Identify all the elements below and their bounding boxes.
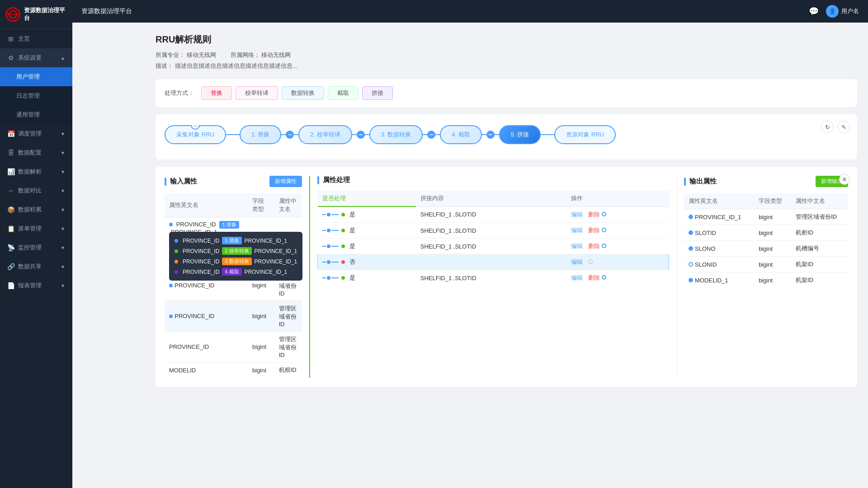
edit-link-4[interactable]: 编辑 — [571, 258, 583, 265]
out-attr-cn: 机槽编号 — [791, 241, 848, 257]
sidebar-item-data-analysis[interactable]: 📊 数据解析 ▼ — [0, 162, 72, 181]
table-row: 是 SHELFID_1 ,SLOTID 编辑 删除 — [318, 223, 669, 239]
input-attr-cn: 机框ID — [274, 362, 302, 378]
input-attr-type: bigint — [248, 362, 274, 378]
sidebar-item-data-config[interactable]: 🗄 数据配置 ▼ — [0, 143, 72, 162]
row-tooltip-trigger[interactable]: PROVINCE_ID 1.替换 PROVINCE_ID_1 PROVINCE_… — [169, 221, 243, 235]
connector-dot-2: − — [352, 131, 369, 139]
out-col-name: 属性英文名 — [684, 193, 754, 209]
dot-blue-3 — [169, 284, 173, 287]
sidebar-item-general-mgmt[interactable]: 通用管理 — [0, 105, 72, 124]
sidebar-order-label: 派单管理 — [18, 225, 42, 233]
sidebar-item-data-accum[interactable]: 📦 数据积累 ▼ — [0, 200, 72, 219]
edit-link-3[interactable]: 编辑 — [571, 243, 583, 249]
yes-dot — [341, 213, 345, 216]
main-content: RRU解析规则 所属专业： 移动无线网 所属网络： 移动无线网 描述： 描述信息… — [145, 23, 868, 488]
process-col-handled: 是否处理 — [318, 191, 416, 206]
process-label: 处理方式： — [165, 89, 194, 97]
connect-line-left — [322, 213, 339, 216]
out-attr-type: bigint — [754, 257, 791, 272]
yes-dot-5 — [341, 276, 345, 280]
input-attr-name: PROVINCE_ID — [165, 301, 248, 332]
sidebar-item-system[interactable]: ⚙ 系统设置 ▲ — [0, 48, 72, 67]
sidebar-log-label: 日志管理 — [16, 92, 40, 100]
mode-transform-btn[interactable]: 数据转换 — [282, 86, 324, 100]
sidebar-item-home[interactable]: ⊞ 主页 — [0, 29, 72, 48]
process-col-concat: 拼接内容 — [416, 191, 567, 206]
report-icon: 📄 — [7, 282, 14, 289]
delete-link-3[interactable]: 删除 — [588, 243, 600, 249]
conn-dot-right-1 — [602, 212, 606, 216]
edit-link-1[interactable]: 编辑 — [571, 211, 583, 218]
connector-minus-1: − — [286, 131, 294, 139]
sidebar-item-data-share[interactable]: 🔗 数据共享 ▼ — [0, 257, 72, 276]
connect-line-left-3 — [322, 244, 339, 248]
input-col-name: 属性英文名 — [165, 193, 248, 217]
conn-dot-right-2 — [602, 228, 606, 232]
pipeline-actions: ↻ ✎ — [821, 121, 850, 133]
attr-process-table: 是否处理 拼接内容 操作 — [317, 191, 669, 286]
tooltip-box: PROVINCE_ID 1.替换 PROVINCE_ID_1 PROVINCE_… — [169, 232, 302, 281]
sidebar-item-order-mgmt[interactable]: 📋 派单管理 ▼ — [0, 219, 72, 238]
mode-concat-btn[interactable]: 拼接 — [362, 86, 393, 100]
sidebar: 资源数据治理平台 ⊞ 主页 ⚙ 系统设置 ▲ 用户管理 日志管理 通用管理 📅 … — [0, 0, 72, 488]
input-attr-header: 输入属性 新增属性 — [165, 176, 302, 187]
out-attr-name: SLONID — [684, 257, 754, 272]
sidebar-monitor-label: 监控管理 — [18, 244, 42, 252]
edit-link-5[interactable]: 编辑 — [571, 274, 583, 281]
close-btn[interactable]: ✕ — [839, 174, 850, 185]
connector-dot-3: − — [423, 131, 440, 139]
pipeline-step-2[interactable]: 2. 校举转译 — [298, 125, 352, 144]
input-attr-name: PROVINCE_ID 1.替换 PROVINCE_ID_1 PROVINCE_… — [165, 217, 248, 239]
input-attr-title: 输入属性 — [165, 177, 197, 186]
add-input-attr-btn[interactable]: 新增属性 — [269, 176, 302, 187]
pipeline-refresh-btn[interactable]: ↻ — [821, 121, 834, 133]
pipeline-step-5[interactable]: 5. 拼接 — [499, 125, 541, 144]
sidebar-item-user-mgmt[interactable]: 用户管理 — [0, 67, 72, 86]
out-attr-name: SLONO — [684, 241, 754, 257]
pipeline-target: 资源对象 RRU — [554, 125, 616, 144]
pipeline: ↻ ✎ 采集对象 RRU ↻ 1. 替换 − — [156, 114, 857, 160]
notification-icon[interactable]: 💬 — [809, 6, 819, 16]
pipeline-edit-btn[interactable]: ✎ — [837, 121, 850, 133]
input-attr-table: 属性英文名 字段类型 属性中文名 PROVINCE_ID — [165, 193, 302, 378]
delete-link-2[interactable]: 删除 — [588, 227, 600, 234]
process-modes: 处理方式： 替换 校举转译 数据转换 截取 拼接 — [156, 79, 857, 107]
header: 资源数据治理平台 💬 👤 用户名 — [72, 0, 868, 23]
mode-extract-btn[interactable]: 截取 — [328, 86, 359, 100]
proc-handled: 是 — [318, 239, 416, 254]
sidebar-data-analysis-label: 数据解析 — [18, 168, 42, 176]
connector-minus-4: − — [486, 131, 495, 139]
header-user[interactable]: 👤 用户名 — [826, 5, 859, 18]
connector-minus-3: − — [427, 131, 435, 139]
monitor-icon: 📡 — [7, 244, 14, 251]
mode-replace-btn[interactable]: 替换 — [201, 86, 232, 100]
input-col-type: 字段类型 — [248, 193, 274, 217]
pipeline-step-1[interactable]: 1. 替换 — [240, 125, 281, 144]
delete-link-5[interactable]: 删除 — [588, 274, 600, 281]
output-attr-section: 输出属性 新增输出 属性英文名 字段类型 属性中文名 — [676, 176, 848, 378]
data-analysis-icon: 📊 — [7, 168, 14, 175]
proc-handled: 否 — [318, 254, 416, 270]
proc-concat: SHELFID_1 ,SLOTID — [416, 239, 567, 254]
logo-icon — [5, 6, 20, 23]
pipeline-step-3[interactable]: 3. 数据转换 — [369, 125, 423, 144]
pipeline-flow: 采集对象 RRU ↻ 1. 替换 − 2. 校举转译 − — [165, 125, 848, 144]
attr-process-section: 属性处理 是否处理 拼接内容 操作 — [309, 176, 676, 378]
province-id-label: PROVINCE_ID — [176, 221, 216, 228]
domain-label: 所属专业： 移动无线网 — [156, 51, 216, 59]
delete-link-1[interactable]: 删除 — [588, 211, 600, 218]
app-title: 资源数据治理平台 — [24, 7, 67, 22]
connector-1 — [226, 134, 240, 135]
page-meta: 所属专业： 移动无线网 所属网络： 移动无线网 — [156, 51, 857, 59]
sidebar-item-data-compare[interactable]: ↔ 数据对比 ▼ — [0, 181, 72, 200]
out-dot-1 — [689, 215, 693, 219]
sidebar-item-report[interactable]: 📄 报表管理 ▼ — [0, 276, 72, 295]
mode-enum-btn[interactable]: 校举转译 — [236, 86, 278, 100]
sidebar-item-schedule[interactable]: 📅 调度管理 ▼ — [0, 124, 72, 143]
sidebar-item-monitor[interactable]: 📡 监控管理 ▼ — [0, 238, 72, 257]
pipeline-step-4[interactable]: 4. 截取 — [440, 125, 481, 144]
process-col-ops: 操作 — [566, 191, 669, 206]
sidebar-item-log-mgmt[interactable]: 日志管理 — [0, 86, 72, 105]
edit-link-2[interactable]: 编辑 — [571, 227, 583, 234]
